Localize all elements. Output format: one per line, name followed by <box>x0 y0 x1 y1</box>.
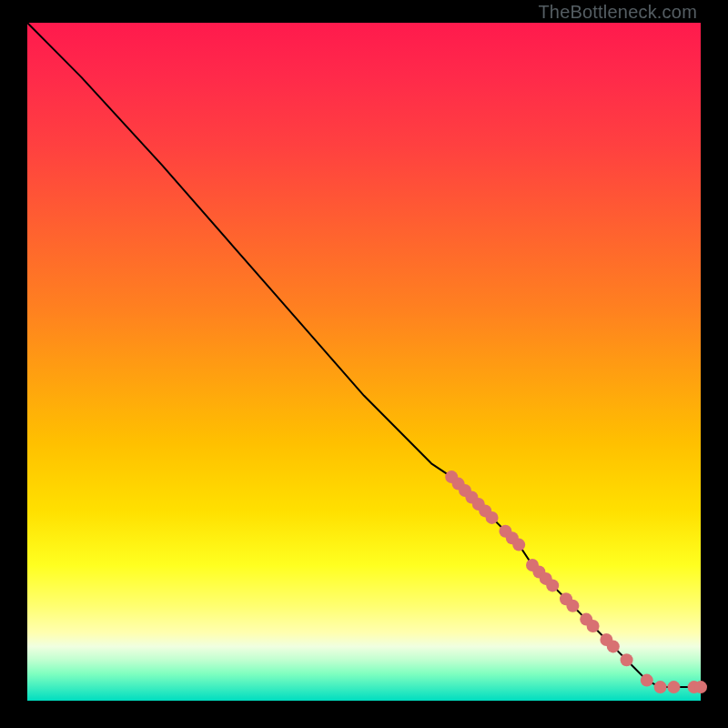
bottleneck-curve-line <box>27 23 701 687</box>
curve-marker-dot <box>667 681 680 693</box>
watermark-text: TheBottleneck.com <box>538 2 697 23</box>
curve-marker-dot <box>641 674 653 687</box>
curve-marker-dot <box>621 653 633 666</box>
curve-marker-dot <box>486 511 499 524</box>
curve-marker-dot <box>607 640 620 652</box>
curve-marker-dot <box>566 600 579 612</box>
curve-markers-group <box>445 470 707 693</box>
curve-marker-dot <box>694 681 707 693</box>
curve-marker-dot <box>587 620 600 632</box>
chart-svg <box>27 23 701 701</box>
curve-marker-dot <box>546 579 559 592</box>
curve-marker-dot <box>512 539 525 551</box>
curve-marker-dot <box>654 681 667 693</box>
chart-frame <box>27 23 701 701</box>
